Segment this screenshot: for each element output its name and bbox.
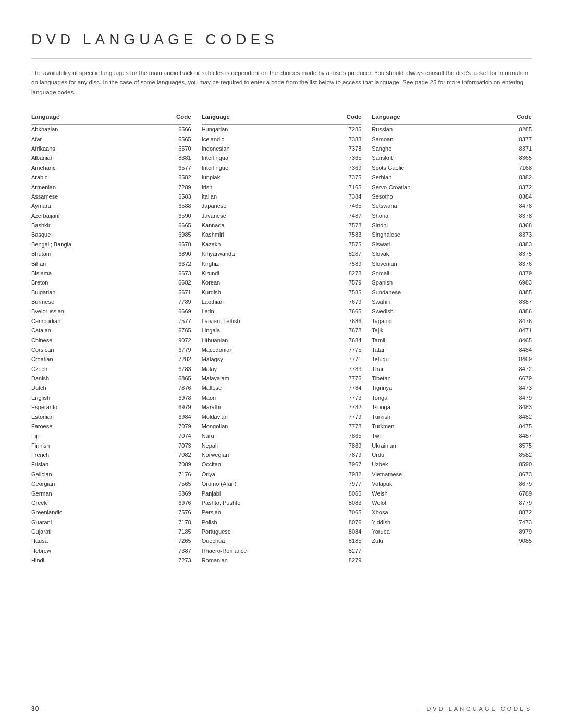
- language-code: 8373: [487, 230, 532, 239]
- language-code: 8779: [487, 498, 532, 508]
- language-name: Italian: [202, 192, 322, 201]
- language-code: 7282: [148, 354, 191, 364]
- language-name: Shona: [372, 211, 487, 220]
- col-header-code: Code: [148, 112, 191, 125]
- table-row: Kirundi8278: [202, 268, 362, 278]
- language-code: 7387: [148, 546, 191, 556]
- language-code: 7585: [322, 288, 361, 297]
- language-name: Hindi: [31, 556, 148, 565]
- col-header-code: Code: [487, 112, 532, 125]
- language-code: 8278: [322, 268, 361, 278]
- language-name: Oriya: [202, 470, 322, 479]
- language-code: 7589: [322, 258, 361, 268]
- table-row: Turkish8482: [372, 412, 532, 421]
- table-row: Icelandic7383: [202, 134, 362, 144]
- language-name: Turkish: [372, 412, 487, 421]
- language-name: Tsonga: [372, 402, 487, 412]
- language-code: 8076: [322, 517, 361, 527]
- language-code: 6890: [148, 249, 191, 258]
- language-name: Sanskrit: [372, 153, 487, 163]
- table-row: Sangho8371: [372, 144, 532, 153]
- language-code: 7576: [148, 508, 191, 517]
- language-code: 8377: [487, 134, 532, 144]
- language-name: Iunpiak: [202, 172, 322, 182]
- table-row: Byelorussian6669: [31, 306, 191, 316]
- language-name: Javanese: [202, 211, 322, 220]
- column-group-3: LanguageCodeRussian8285Samoan8377Sangho8…: [372, 112, 532, 565]
- language-code: 6985: [148, 230, 191, 239]
- language-code: 7178: [148, 517, 191, 527]
- language-name: Albanian: [31, 153, 148, 163]
- table-row: Italian7384: [202, 192, 362, 201]
- table-row: Latvian, Lettish7686: [202, 316, 362, 326]
- language-name: Afar: [31, 134, 148, 144]
- table-row: Bihari6672: [31, 258, 191, 268]
- language-name: Basque: [31, 230, 148, 239]
- table-row: English6978: [31, 393, 191, 402]
- table-row: Bengali; Bangla6678: [31, 240, 191, 249]
- language-code: 8083: [322, 498, 361, 508]
- language-code: 6565: [148, 134, 191, 144]
- column-group-2: LanguageCodeHungarian7285Icelandic7383In…: [202, 112, 372, 565]
- language-code: 8483: [487, 402, 532, 412]
- table-row: Ukrainian8575: [372, 441, 532, 450]
- language-code: 7074: [148, 431, 191, 440]
- language-name: Telugu: [372, 354, 487, 364]
- language-code: 9085: [487, 536, 532, 546]
- table-row: Sanskrit8365: [372, 153, 532, 163]
- table-row: Galician7176: [31, 470, 191, 479]
- language-name: Breton: [31, 278, 148, 287]
- language-code: 6669: [148, 306, 191, 316]
- language-code: 8582: [487, 450, 532, 460]
- language-name: Naru: [202, 431, 322, 440]
- table-row: Catalan6765: [31, 326, 191, 335]
- footer-page-number: 30: [31, 705, 39, 712]
- language-name: Malayalam: [202, 374, 322, 383]
- language-name: Ukrainian: [372, 441, 487, 450]
- language-code: 7789: [148, 297, 191, 306]
- language-code: 8465: [487, 335, 532, 344]
- language-name: Thai: [372, 364, 487, 374]
- table-row: Quechua8185: [202, 536, 362, 546]
- language-code: 8473: [487, 383, 532, 392]
- language-name: Tonga: [372, 393, 487, 402]
- language-name: Laothian: [202, 297, 322, 306]
- language-name: Corsican: [31, 345, 148, 354]
- table-row: Hebrew7387: [31, 546, 191, 556]
- language-name: Mongolian: [202, 422, 322, 431]
- table-row: Arabic6582: [31, 172, 191, 182]
- language-name: Dutch: [31, 383, 148, 392]
- table-row: Corsican6779: [31, 345, 191, 354]
- table-row: Assamese6583: [31, 192, 191, 201]
- table-row: Lithuanian7684: [202, 335, 362, 344]
- language-name: Irish: [202, 182, 322, 191]
- language-code: 8285: [487, 125, 532, 134]
- language-name: Tibetan: [372, 374, 487, 383]
- language-name: Xhosa: [372, 508, 487, 517]
- language-code: 8381: [148, 153, 191, 163]
- table-row: Wolof8779: [372, 498, 532, 508]
- language-code: 7378: [322, 144, 361, 153]
- language-code: 7684: [322, 335, 361, 344]
- language-name: Siswati: [372, 240, 487, 249]
- language-name: Wolof: [372, 498, 487, 508]
- language-code: 6577: [148, 163, 191, 172]
- language-code: 8487: [487, 431, 532, 440]
- table-row: Bhutani6890: [31, 249, 191, 258]
- language-code: 7771: [322, 354, 361, 364]
- table-row: Kinyarwanda8287: [202, 249, 362, 258]
- language-name: Setswana: [372, 201, 487, 211]
- language-code: 8679: [487, 479, 532, 488]
- language-name: Sindhi: [372, 220, 487, 230]
- language-name: Esperanto: [31, 402, 148, 412]
- language-name: Nepali: [202, 441, 322, 450]
- language-code: 7678: [322, 326, 361, 335]
- language-name: Quechua: [202, 536, 322, 546]
- language-name: Occitan: [202, 460, 322, 469]
- language-name: Panjabi: [202, 488, 322, 498]
- language-code: 6582: [148, 172, 191, 182]
- language-name: Japanese: [202, 201, 322, 211]
- language-code: 7773: [322, 393, 361, 402]
- language-code: 6976: [148, 498, 191, 508]
- language-name: Lingala: [202, 326, 322, 335]
